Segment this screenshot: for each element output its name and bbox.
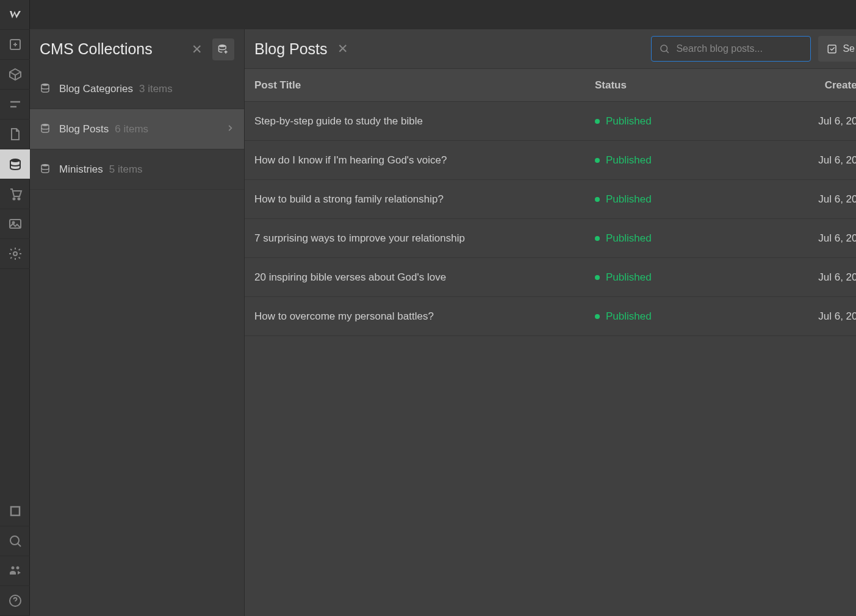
table-row[interactable]: 7 surprising ways to improve your relati… — [245, 219, 856, 258]
table-row[interactable]: How to build a strong family relationshi… — [245, 180, 856, 219]
assets-icon[interactable] — [0, 209, 30, 239]
top-bar — [30, 0, 856, 29]
collection-name: Ministries — [59, 163, 103, 176]
svg-point-9 — [11, 567, 14, 570]
status-dot-icon — [595, 119, 600, 124]
svg-point-16 — [661, 45, 667, 52]
collections-panel: CMS Collections ✕ Blog Categories 3 item… — [30, 29, 245, 616]
cell-created: Jul 6, 202 — [790, 232, 856, 245]
collections-panel-title: CMS Collections — [40, 40, 182, 58]
cell-title: Step-by-step guide to study the bible — [254, 115, 595, 127]
status-dot-icon — [595, 314, 600, 319]
cell-title: 20 inspiring bible verses about God's lo… — [254, 271, 595, 284]
table-row[interactable]: Step-by-step guide to study the bible Pu… — [245, 102, 856, 141]
cell-created: Jul 6, 202 — [790, 310, 856, 323]
add-icon[interactable] — [0, 30, 30, 60]
collection-item[interactable]: Blog Categories 3 items — [30, 69, 244, 109]
status-dot-icon — [595, 275, 600, 280]
cell-title: How to overcome my personal battles? — [254, 310, 595, 323]
svg-point-1 — [10, 159, 20, 162]
svg-point-15 — [41, 163, 49, 166]
checkbox-icon — [827, 43, 838, 54]
cell-status: Published — [595, 232, 790, 245]
table-header: Post Title Status Created — [245, 69, 856, 102]
cell-created: Jul 6, 202 — [790, 115, 856, 127]
cell-status: Published — [595, 115, 790, 127]
cell-created: Jul 6, 202 — [790, 154, 856, 167]
collection-count: 3 items — [139, 83, 173, 95]
collection-item[interactable]: Ministries 5 items — [30, 149, 244, 190]
svg-point-14 — [41, 123, 49, 126]
pages-icon[interactable] — [0, 120, 30, 149]
svg-point-12 — [219, 45, 226, 47]
collection-list: Blog Categories 3 items Blog Posts 6 ite… — [30, 69, 244, 616]
status-text: Published — [606, 193, 652, 206]
svg-rect-7 — [11, 507, 20, 515]
status-dot-icon — [595, 236, 600, 241]
posts-table: Post Title Status Created Step-by-step g… — [245, 69, 856, 616]
col-header-status[interactable]: Status — [595, 79, 790, 91]
search-input[interactable] — [676, 43, 803, 54]
table-row[interactable]: How to overcome my personal battles? Pub… — [245, 297, 856, 336]
details-panel: Blog Posts ✕ Se Post Title Stat — [245, 29, 856, 616]
svg-point-2 — [13, 198, 15, 200]
panels-icon[interactable] — [0, 90, 30, 120]
collection-count: 5 items — [109, 163, 143, 176]
settings-icon[interactable] — [0, 239, 30, 269]
table-row[interactable]: How do I know if I'm hearing God's voice… — [245, 141, 856, 180]
status-text: Published — [606, 232, 652, 245]
status-text: Published — [606, 271, 652, 284]
svg-point-10 — [16, 567, 19, 570]
select-button[interactable]: Se — [818, 36, 856, 62]
svg-point-3 — [18, 198, 20, 200]
cell-title: How to build a strong family relationshi… — [254, 193, 595, 206]
collection-count: 6 items — [115, 123, 148, 135]
status-dot-icon — [595, 158, 600, 163]
box-icon[interactable] — [0, 60, 30, 90]
audit-icon[interactable] — [0, 496, 30, 526]
add-collection-button[interactable] — [212, 38, 234, 60]
collection-name: Blog Categories — [59, 83, 133, 95]
status-text: Published — [606, 115, 652, 127]
cell-created: Jul 6, 202 — [790, 271, 856, 284]
col-header-title[interactable]: Post Title — [254, 79, 595, 91]
left-rail — [0, 0, 30, 616]
status-dot-icon — [595, 197, 600, 202]
select-button-label: Se — [843, 43, 855, 54]
logo-icon[interactable] — [0, 0, 30, 30]
col-header-created[interactable]: Created — [790, 79, 856, 91]
database-icon — [40, 123, 51, 136]
close-details-button[interactable]: ✕ — [335, 39, 351, 59]
database-icon — [40, 82, 51, 96]
ecommerce-icon[interactable] — [0, 179, 30, 209]
help-icon[interactable] — [0, 586, 30, 616]
cms-icon[interactable] — [0, 149, 30, 179]
cell-status: Published — [595, 193, 790, 206]
collection-name: Blog Posts — [59, 123, 109, 135]
chevron-right-icon — [226, 124, 234, 135]
svg-point-6 — [13, 252, 17, 256]
svg-point-8 — [10, 536, 19, 545]
svg-point-13 — [41, 83, 49, 85]
svg-rect-17 — [829, 45, 836, 53]
cell-title: How do I know if I'm hearing God's voice… — [254, 154, 595, 167]
search-box[interactable] — [651, 36, 811, 62]
cell-created: Jul 6, 202 — [790, 193, 856, 206]
status-text: Published — [606, 310, 652, 323]
database-icon — [40, 163, 51, 176]
video-icon[interactable] — [0, 556, 30, 586]
status-text: Published — [606, 154, 652, 167]
details-title: Blog Posts — [254, 40, 328, 58]
cell-status: Published — [595, 271, 790, 284]
search-icon[interactable] — [0, 526, 30, 556]
search-icon — [659, 43, 670, 54]
cell-status: Published — [595, 154, 790, 167]
cell-status: Published — [595, 310, 790, 323]
collection-item[interactable]: Blog Posts 6 items — [30, 109, 244, 149]
cell-title: 7 surprising ways to improve your relati… — [254, 232, 595, 245]
close-collections-button[interactable]: ✕ — [189, 40, 205, 59]
table-row[interactable]: 20 inspiring bible verses about God's lo… — [245, 258, 856, 297]
